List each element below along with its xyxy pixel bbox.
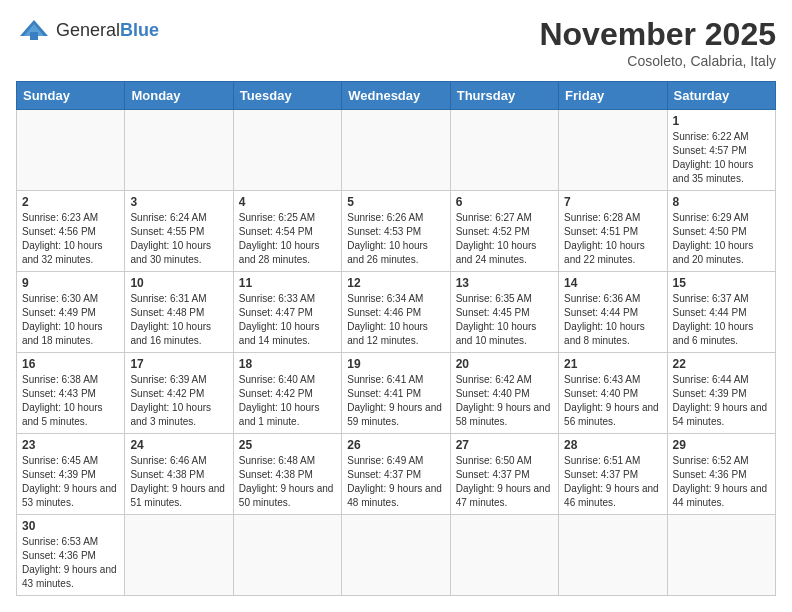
day-info: Sunrise: 6:33 AM Sunset: 4:47 PM Dayligh… — [239, 292, 336, 348]
day-number: 11 — [239, 276, 336, 290]
day-info: Sunrise: 6:27 AM Sunset: 4:52 PM Dayligh… — [456, 211, 553, 267]
day-number: 19 — [347, 357, 444, 371]
day-info: Sunrise: 6:40 AM Sunset: 4:42 PM Dayligh… — [239, 373, 336, 429]
day-info: Sunrise: 6:42 AM Sunset: 4:40 PM Dayligh… — [456, 373, 553, 429]
day-info: Sunrise: 6:34 AM Sunset: 4:46 PM Dayligh… — [347, 292, 444, 348]
calendar-cell: 28Sunrise: 6:51 AM Sunset: 4:37 PM Dayli… — [559, 434, 667, 515]
calendar-cell — [450, 110, 558, 191]
calendar-cell: 29Sunrise: 6:52 AM Sunset: 4:36 PM Dayli… — [667, 434, 775, 515]
logo-icon — [16, 16, 52, 44]
day-info: Sunrise: 6:23 AM Sunset: 4:56 PM Dayligh… — [22, 211, 119, 267]
weekday-header: Sunday — [17, 82, 125, 110]
weekday-header: Saturday — [667, 82, 775, 110]
weekday-header: Monday — [125, 82, 233, 110]
day-info: Sunrise: 6:51 AM Sunset: 4:37 PM Dayligh… — [564, 454, 661, 510]
calendar-cell: 4Sunrise: 6:25 AM Sunset: 4:54 PM Daylig… — [233, 191, 341, 272]
calendar-cell: 10Sunrise: 6:31 AM Sunset: 4:48 PM Dayli… — [125, 272, 233, 353]
calendar-table: SundayMondayTuesdayWednesdayThursdayFrid… — [16, 81, 776, 596]
title-block: November 2025 Cosoleto, Calabria, Italy — [539, 16, 776, 69]
day-number: 6 — [456, 195, 553, 209]
calendar-week-row: 30Sunrise: 6:53 AM Sunset: 4:36 PM Dayli… — [17, 515, 776, 596]
day-info: Sunrise: 6:35 AM Sunset: 4:45 PM Dayligh… — [456, 292, 553, 348]
day-number: 1 — [673, 114, 770, 128]
calendar-cell: 12Sunrise: 6:34 AM Sunset: 4:46 PM Dayli… — [342, 272, 450, 353]
day-info: Sunrise: 6:26 AM Sunset: 4:53 PM Dayligh… — [347, 211, 444, 267]
calendar-cell — [17, 110, 125, 191]
calendar-cell: 27Sunrise: 6:50 AM Sunset: 4:37 PM Dayli… — [450, 434, 558, 515]
day-info: Sunrise: 6:50 AM Sunset: 4:37 PM Dayligh… — [456, 454, 553, 510]
calendar-cell: 24Sunrise: 6:46 AM Sunset: 4:38 PM Dayli… — [125, 434, 233, 515]
weekday-header-row: SundayMondayTuesdayWednesdayThursdayFrid… — [17, 82, 776, 110]
day-number: 22 — [673, 357, 770, 371]
day-info: Sunrise: 6:24 AM Sunset: 4:55 PM Dayligh… — [130, 211, 227, 267]
logo: GeneralBlue — [16, 16, 159, 44]
weekday-header: Friday — [559, 82, 667, 110]
calendar-cell: 11Sunrise: 6:33 AM Sunset: 4:47 PM Dayli… — [233, 272, 341, 353]
day-info: Sunrise: 6:46 AM Sunset: 4:38 PM Dayligh… — [130, 454, 227, 510]
day-number: 16 — [22, 357, 119, 371]
day-number: 27 — [456, 438, 553, 452]
calendar-week-row: 23Sunrise: 6:45 AM Sunset: 4:39 PM Dayli… — [17, 434, 776, 515]
calendar-cell: 21Sunrise: 6:43 AM Sunset: 4:40 PM Dayli… — [559, 353, 667, 434]
day-info: Sunrise: 6:53 AM Sunset: 4:36 PM Dayligh… — [22, 535, 119, 591]
calendar-cell — [559, 515, 667, 596]
day-number: 20 — [456, 357, 553, 371]
day-info: Sunrise: 6:41 AM Sunset: 4:41 PM Dayligh… — [347, 373, 444, 429]
calendar-cell — [233, 110, 341, 191]
weekday-header: Tuesday — [233, 82, 341, 110]
day-number: 23 — [22, 438, 119, 452]
day-number: 18 — [239, 357, 336, 371]
day-number: 15 — [673, 276, 770, 290]
calendar-cell: 16Sunrise: 6:38 AM Sunset: 4:43 PM Dayli… — [17, 353, 125, 434]
calendar-cell: 15Sunrise: 6:37 AM Sunset: 4:44 PM Dayli… — [667, 272, 775, 353]
calendar-cell: 23Sunrise: 6:45 AM Sunset: 4:39 PM Dayli… — [17, 434, 125, 515]
calendar-cell — [342, 110, 450, 191]
day-info: Sunrise: 6:31 AM Sunset: 4:48 PM Dayligh… — [130, 292, 227, 348]
day-number: 9 — [22, 276, 119, 290]
location: Cosoleto, Calabria, Italy — [539, 53, 776, 69]
day-info: Sunrise: 6:36 AM Sunset: 4:44 PM Dayligh… — [564, 292, 661, 348]
day-number: 25 — [239, 438, 336, 452]
calendar-cell: 9Sunrise: 6:30 AM Sunset: 4:49 PM Daylig… — [17, 272, 125, 353]
calendar-week-row: 1Sunrise: 6:22 AM Sunset: 4:57 PM Daylig… — [17, 110, 776, 191]
day-info: Sunrise: 6:43 AM Sunset: 4:40 PM Dayligh… — [564, 373, 661, 429]
calendar-cell — [450, 515, 558, 596]
calendar-cell — [342, 515, 450, 596]
day-info: Sunrise: 6:37 AM Sunset: 4:44 PM Dayligh… — [673, 292, 770, 348]
day-number: 26 — [347, 438, 444, 452]
day-number: 17 — [130, 357, 227, 371]
day-info: Sunrise: 6:44 AM Sunset: 4:39 PM Dayligh… — [673, 373, 770, 429]
day-number: 2 — [22, 195, 119, 209]
day-number: 3 — [130, 195, 227, 209]
calendar-cell: 2Sunrise: 6:23 AM Sunset: 4:56 PM Daylig… — [17, 191, 125, 272]
calendar-week-row: 2Sunrise: 6:23 AM Sunset: 4:56 PM Daylig… — [17, 191, 776, 272]
calendar-cell — [667, 515, 775, 596]
day-number: 5 — [347, 195, 444, 209]
calendar-cell: 7Sunrise: 6:28 AM Sunset: 4:51 PM Daylig… — [559, 191, 667, 272]
logo-text: GeneralBlue — [56, 20, 159, 41]
day-info: Sunrise: 6:22 AM Sunset: 4:57 PM Dayligh… — [673, 130, 770, 186]
day-number: 4 — [239, 195, 336, 209]
calendar-cell: 3Sunrise: 6:24 AM Sunset: 4:55 PM Daylig… — [125, 191, 233, 272]
day-info: Sunrise: 6:38 AM Sunset: 4:43 PM Dayligh… — [22, 373, 119, 429]
calendar-cell — [233, 515, 341, 596]
day-number: 29 — [673, 438, 770, 452]
day-info: Sunrise: 6:39 AM Sunset: 4:42 PM Dayligh… — [130, 373, 227, 429]
day-number: 24 — [130, 438, 227, 452]
day-info: Sunrise: 6:49 AM Sunset: 4:37 PM Dayligh… — [347, 454, 444, 510]
calendar-week-row: 9Sunrise: 6:30 AM Sunset: 4:49 PM Daylig… — [17, 272, 776, 353]
month-title: November 2025 — [539, 16, 776, 53]
weekday-header: Thursday — [450, 82, 558, 110]
calendar-cell — [125, 515, 233, 596]
calendar-cell: 17Sunrise: 6:39 AM Sunset: 4:42 PM Dayli… — [125, 353, 233, 434]
day-info: Sunrise: 6:29 AM Sunset: 4:50 PM Dayligh… — [673, 211, 770, 267]
calendar-cell: 22Sunrise: 6:44 AM Sunset: 4:39 PM Dayli… — [667, 353, 775, 434]
day-info: Sunrise: 6:30 AM Sunset: 4:49 PM Dayligh… — [22, 292, 119, 348]
calendar-cell: 18Sunrise: 6:40 AM Sunset: 4:42 PM Dayli… — [233, 353, 341, 434]
day-number: 28 — [564, 438, 661, 452]
calendar-week-row: 16Sunrise: 6:38 AM Sunset: 4:43 PM Dayli… — [17, 353, 776, 434]
day-info: Sunrise: 6:25 AM Sunset: 4:54 PM Dayligh… — [239, 211, 336, 267]
svg-rect-3 — [30, 32, 38, 40]
day-number: 10 — [130, 276, 227, 290]
calendar-cell: 26Sunrise: 6:49 AM Sunset: 4:37 PM Dayli… — [342, 434, 450, 515]
